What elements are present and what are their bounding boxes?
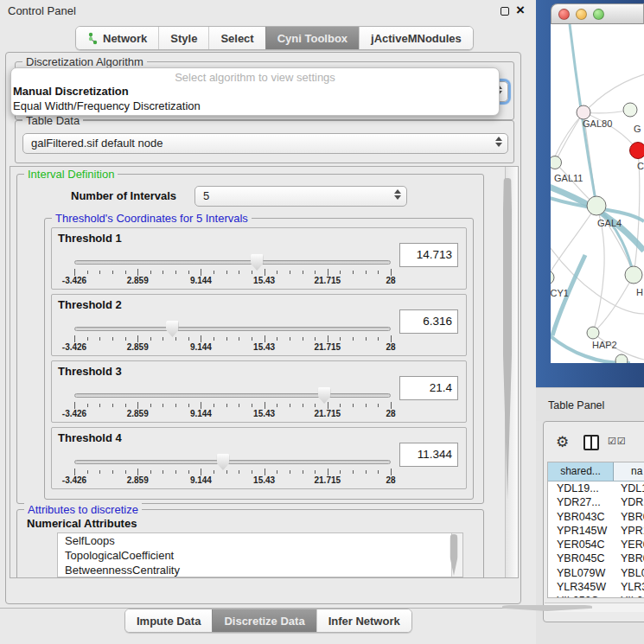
bottom-tab-strip: Impute Data Discretize Data Infer Networ… <box>124 609 412 633</box>
threshold-value-field[interactable]: 14.713 <box>399 243 458 267</box>
column-header-shared[interactable]: shared... <box>548 462 614 481</box>
table-row[interactable]: YDR27...YDR2 <box>548 495 644 509</box>
graph-node-selected[interactable] <box>630 143 644 159</box>
settings-scroll-pane: Interval Definition Number of Intervals … <box>10 166 519 578</box>
combo-stepper-icon <box>495 137 502 147</box>
vertical-scrollbar[interactable] <box>505 167 518 577</box>
column-header-name[interactable]: na <box>614 462 644 481</box>
node-label: GAL80 <box>583 118 612 129</box>
graph-node[interactable] <box>615 354 628 363</box>
tab-infer-network[interactable]: Infer Network <box>316 609 411 632</box>
slider-track[interactable] <box>74 327 391 331</box>
table-data-combo[interactable]: galFiltered.sif default node <box>22 133 508 154</box>
close-traffic-light-icon[interactable] <box>558 9 570 20</box>
threshold-value-field[interactable]: 11.344 <box>399 443 458 467</box>
node-label: GAL11 <box>554 173 583 183</box>
window-title: Control Panel <box>8 4 76 17</box>
threshold-slider[interactable]: -3.4262.8599.14415.4321.71528 <box>74 257 391 286</box>
algorithm-dropdown-popup: Select algorithm to view settings Manual… <box>10 67 500 116</box>
table-row[interactable]: YER054CYER0 <box>548 538 644 552</box>
threshold-row: Threshold 3 -3.4262.8599.14415.4321.7152… <box>51 360 467 423</box>
slider-tick-labels: -3.4262.8599.14415.4321.71528 <box>74 342 391 353</box>
table-row[interactable]: YDL19...YDL1 <box>548 481 644 495</box>
attributes-group: Attributes to discretize Numerical Attri… <box>16 509 484 578</box>
attributes-group-title: Attributes to discretize <box>24 503 142 516</box>
close-icon[interactable]: × <box>516 2 525 19</box>
list-item[interactable]: TopologicalCoefficient <box>58 548 462 563</box>
slider-tick-labels: -3.4262.8599.14415.4321.71528 <box>74 409 391 419</box>
threshold-label: Threshold 1 <box>58 232 122 245</box>
graph-node[interactable] <box>551 156 562 169</box>
interval-definition-title: Interval Definition <box>24 168 118 181</box>
tab-jactivemnodules[interactable]: jActiveMNodules <box>359 27 473 49</box>
threshold-slider[interactable]: -3.4262.8599.14415.4321.71528 <box>74 456 391 486</box>
interval-definition-group: Interval Definition Number of Intervals … <box>16 174 484 504</box>
list-item[interactable]: SelfLoops <box>58 533 462 548</box>
slider-track[interactable] <box>74 393 391 398</box>
column-selector-icon[interactable] <box>583 435 599 450</box>
network-view-window: GAL80 G C GAL11 GAL4 GCY1 H HAP2 <box>536 0 644 387</box>
tab-style[interactable]: Style <box>158 27 208 49</box>
tab-select[interactable]: Select <box>208 27 265 49</box>
control-panel-titlebar: Control Panel × <box>0 0 536 22</box>
attributes-list[interactable]: SelfLoops TopologicalCoefficient Between… <box>57 532 463 577</box>
tab-cyni-toolbox[interactable]: Cyni Toolbox <box>265 27 359 49</box>
thresholds-group: Threshold's Coordinates for 5 Intervals … <box>44 218 474 500</box>
table-data-title: Table Data <box>22 114 83 127</box>
threshold-label: Threshold 4 <box>58 431 122 444</box>
number-of-intervals-combo[interactable]: 5 <box>194 186 407 207</box>
slider-tick-labels: -3.4262.8599.14415.4321.71528 <box>74 475 391 486</box>
graph-node[interactable] <box>587 196 606 215</box>
graph-node[interactable] <box>551 271 554 284</box>
threshold-value-field[interactable]: 21.4 <box>399 376 458 400</box>
threshold-label: Threshold 3 <box>58 365 122 378</box>
threshold-slider[interactable]: -3.4262.8599.14415.4321.71528 <box>74 390 391 419</box>
graph-node[interactable] <box>577 105 590 119</box>
graph-node[interactable] <box>623 103 637 117</box>
tab-discretize-data[interactable]: Discretize Data <box>212 609 316 632</box>
slider-ticks <box>74 269 391 276</box>
dropdown-prompt: Select algorithm to view settings <box>11 71 499 84</box>
dropdown-option-equal-width-frequency[interactable]: Equal Width/Frequency Discretization <box>11 99 499 113</box>
list-scrollbar[interactable] <box>451 533 462 577</box>
tab-impute-data[interactable]: Impute Data <box>125 609 212 632</box>
threshold-label: Threshold 2 <box>58 298 122 311</box>
node-label: GAL4 <box>597 218 622 228</box>
node-label: HAP2 <box>592 340 617 350</box>
minimize-traffic-light-icon[interactable] <box>576 9 587 20</box>
table-panel-title: Table Panel <box>548 399 604 411</box>
combo-stepper-icon <box>394 189 401 200</box>
scrollbar-thumb[interactable] <box>503 178 512 500</box>
dropdown-option-manual-discretization[interactable]: Manual Discretization <box>11 84 499 99</box>
table-row[interactable]: YBR045CYBR0 <box>548 552 644 565</box>
numerical-attributes-label: Numerical Attributes <box>27 517 137 530</box>
table-row[interactable]: YPR145WYPR1 <box>548 524 644 538</box>
graph-node[interactable] <box>625 266 642 284</box>
float-window-icon[interactable] <box>501 7 509 16</box>
slider-track[interactable] <box>74 460 391 464</box>
threshold-row: Threshold 4 -3.4262.8599.14415.4321.7152… <box>51 427 467 489</box>
tab-network[interactable]: Network <box>76 27 158 49</box>
network-graph <box>551 24 644 363</box>
cyni-toolbox-panel: Discretization Algorithm Table Data galF… <box>5 52 521 604</box>
network-canvas[interactable]: GAL80 G C GAL11 GAL4 GCY1 H HAP2 <box>551 24 644 363</box>
list-item[interactable]: BetweennessCentrality <box>58 563 462 577</box>
table-panel-header: Table Panel <box>536 387 644 421</box>
checkbox-icons[interactable]: ☑☑ <box>608 436 627 447</box>
scrollbar-thumb[interactable] <box>450 534 458 576</box>
horizontal-scrollbar[interactable] <box>545 603 644 612</box>
node-label: GCY1 <box>551 288 569 298</box>
graph-node[interactable] <box>587 327 599 339</box>
threshold-value-field[interactable]: 6.316 <box>399 309 458 334</box>
threshold-row: Threshold 2 -3.4262.8599.14415.4321.7152… <box>51 294 467 356</box>
table-row[interactable]: YBL079WYBL0 <box>548 566 644 580</box>
table-row[interactable]: YIL052CYIL0 <box>548 594 644 598</box>
slider-track[interactable] <box>74 260 391 265</box>
threshold-row: Threshold 1 -3.4262.8599.14415.4321.7152… <box>51 227 467 290</box>
zoom-traffic-light-icon[interactable] <box>593 9 604 20</box>
table-row[interactable]: YBR043CYBR0 <box>548 510 644 524</box>
threshold-slider[interactable]: -3.4262.8599.14415.4321.71528 <box>74 323 391 353</box>
table-row[interactable]: YLR345WYLR3 <box>548 580 644 594</box>
node-label: G <box>634 124 641 134</box>
gear-icon[interactable]: ⚙ <box>556 433 569 451</box>
